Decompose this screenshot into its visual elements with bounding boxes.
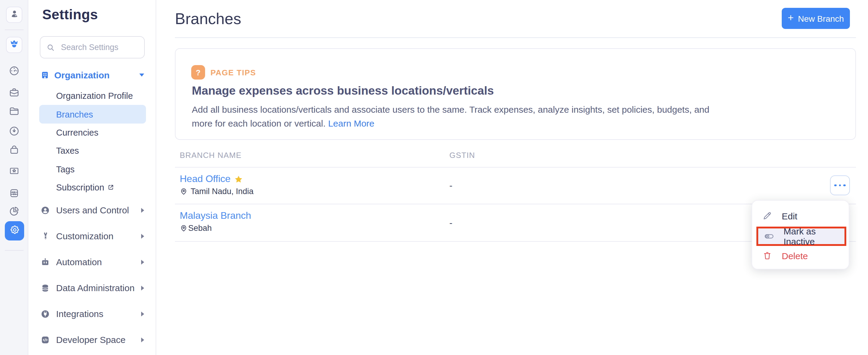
row-actions-more-button[interactable] xyxy=(830,175,850,195)
chevron-right-icon xyxy=(141,311,144,316)
ellipsis-icon xyxy=(835,184,837,187)
toggle-inactive-icon xyxy=(764,231,775,242)
abacus-icon[interactable] xyxy=(0,188,28,199)
user-icon xyxy=(9,9,19,21)
table-row-malaysia-branch-link[interactable]: Malaysia Branch xyxy=(180,211,251,221)
location-pin-icon xyxy=(180,224,188,232)
column-header-gstin: GSTIN xyxy=(450,151,475,160)
shopping-bag-icon[interactable] xyxy=(0,144,28,156)
settings-sections: Users and Control Customization Automati… xyxy=(40,197,147,353)
sidebar-section-users-and-control[interactable]: Users and Control xyxy=(40,197,147,223)
star-icon xyxy=(234,175,243,184)
sidebar-section-customization[interactable]: Customization xyxy=(40,223,147,249)
robot-icon xyxy=(40,257,50,267)
plus-icon: + xyxy=(788,12,794,24)
column-header-branch-name: BRANCH NAME xyxy=(180,151,242,160)
chevron-right-icon xyxy=(141,285,144,290)
page-tips-body: Add all business locations/verticals and… xyxy=(192,103,709,130)
branch-location: Sebah xyxy=(180,224,212,233)
rail-divider xyxy=(5,250,24,251)
sidebar-item-currencies[interactable]: Currencies xyxy=(39,124,146,142)
row-actions-menu: Edit Mark as Inactive Delete xyxy=(752,200,849,269)
sidebar-section-data-administration[interactable]: Data Administration xyxy=(40,275,147,301)
new-branch-button[interactable]: + New Branch xyxy=(782,8,850,29)
page-tips-body-line2: more for each location or vertical. Lear… xyxy=(192,117,709,130)
card-star-icon[interactable] xyxy=(0,165,28,176)
page-tips-card: ? PAGE TIPS Manage expenses across busin… xyxy=(175,48,856,140)
sidebar-item-organization-profile[interactable]: Organization Profile xyxy=(39,87,146,105)
database-icon xyxy=(40,283,50,293)
table-row-head-office-link[interactable]: Head Office xyxy=(180,173,243,185)
app-root: Settings Organization Organization Profi… xyxy=(0,0,868,355)
chevron-down-icon xyxy=(140,73,144,76)
sidebar-section-organization[interactable]: Organization xyxy=(40,67,147,82)
organization-label: Organization xyxy=(54,70,110,80)
menu-item-mark-as-inactive[interactable]: Mark as Inactive xyxy=(756,227,846,246)
crown-icon xyxy=(9,39,19,51)
table-header-border xyxy=(175,167,856,167)
sidebar-item-branches[interactable]: Branches xyxy=(39,105,146,124)
settings-sidebar: Settings Organization Organization Profi… xyxy=(29,0,156,355)
search-icon xyxy=(46,43,55,52)
sidebar-item-subscription[interactable]: Subscription xyxy=(39,179,146,197)
plug-icon xyxy=(40,309,50,319)
app-icon-rail xyxy=(0,0,28,355)
branch-location: Tamil Nadu, India xyxy=(180,187,254,196)
menu-item-delete[interactable]: Delete xyxy=(752,246,849,265)
chevron-right-icon xyxy=(141,259,144,264)
sidebar-section-developer-space[interactable]: Developer Space xyxy=(40,327,147,353)
chevron-right-icon xyxy=(141,337,144,342)
history-icon[interactable] xyxy=(0,125,28,137)
menu-item-edit[interactable]: Edit xyxy=(752,206,849,225)
chevron-right-icon xyxy=(141,233,144,238)
code-icon xyxy=(40,335,50,345)
pencil-icon xyxy=(762,211,773,221)
page-tips-label: PAGE TIPS xyxy=(211,68,256,77)
question-badge-icon: ? xyxy=(191,65,205,79)
users-icon xyxy=(40,205,50,215)
page-tips-heading: Manage expenses across business location… xyxy=(192,84,494,98)
sidebar-item-tags[interactable]: Tags xyxy=(39,160,146,179)
main-content: Branches + New Branch ? PAGE TIPS Manage… xyxy=(156,0,868,355)
settings-nav-button[interactable] xyxy=(5,221,24,240)
gstin-value: - xyxy=(450,218,453,228)
dashboard-icon[interactable] xyxy=(0,65,28,76)
page-tips-body-line1: Add all business locations/verticals and… xyxy=(192,103,709,117)
sidebar-title: Settings xyxy=(42,7,98,23)
page-title: Branches xyxy=(175,10,241,28)
rail-divider xyxy=(5,30,24,30)
crown-button[interactable] xyxy=(6,37,22,53)
pie-chart-icon[interactable] xyxy=(0,205,28,217)
gear-icon xyxy=(9,224,20,238)
learn-more-link[interactable]: Learn More xyxy=(328,118,374,128)
sidebar-section-integrations[interactable]: Integrations xyxy=(40,301,147,327)
chevron-right-icon xyxy=(141,207,144,213)
header-divider xyxy=(175,37,856,38)
briefcase-icon[interactable] xyxy=(0,87,28,98)
location-pin-icon xyxy=(180,188,188,195)
organization-icon xyxy=(40,70,50,79)
wrench-icon xyxy=(40,231,50,240)
gstin-value: - xyxy=(450,180,453,190)
trash-icon xyxy=(762,251,773,260)
external-link-icon xyxy=(107,184,114,191)
folder-icon[interactable] xyxy=(0,105,28,117)
avatar-button[interactable] xyxy=(6,7,22,23)
search-settings-input[interactable] xyxy=(60,42,138,53)
sidebar-item-taxes[interactable]: Taxes xyxy=(39,142,146,160)
search-settings-box[interactable] xyxy=(40,36,145,59)
organization-menu: Organization Profile Branches Currencies… xyxy=(39,87,146,197)
sidebar-section-automation[interactable]: Automation xyxy=(40,249,147,275)
